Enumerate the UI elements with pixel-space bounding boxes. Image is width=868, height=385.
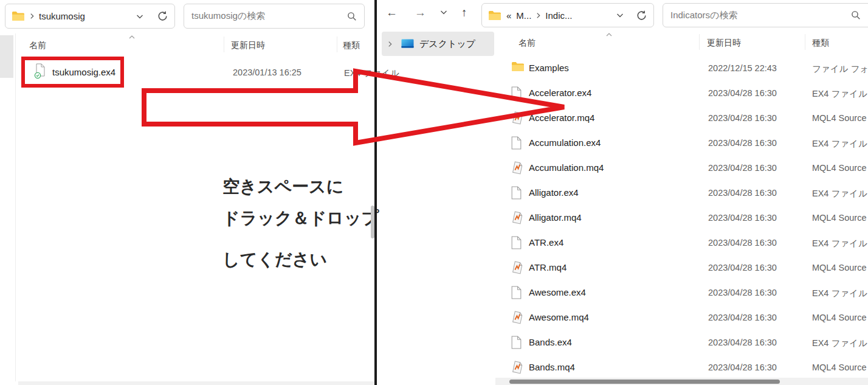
file-name[interactable]: Alligator.mq4 bbox=[529, 212, 582, 223]
sidebar-item-desktop[interactable]: デスクトップ bbox=[382, 32, 494, 56]
drag-drop-hint: 空きスペースに ドラック＆ドロップ してください bbox=[222, 171, 379, 276]
ex4-checked-file-icon bbox=[34, 63, 46, 79]
right-file-list: Examples 2022/12/15 22:43 ファイル フォルダー Acc… bbox=[495, 56, 868, 378]
breadcrumb-separator-icon bbox=[30, 13, 34, 19]
file-row-tsukumosig[interactable]: tsukumosig.ex4 2023/01/13 16:25 EX4 ファイル bbox=[0, 61, 374, 84]
file-name[interactable]: Bands.ex4 bbox=[529, 337, 572, 347]
file-type: MQL4 Source bbox=[812, 213, 866, 223]
up-icon[interactable]: ↑ bbox=[461, 7, 467, 18]
file-row[interactable]: Awesome.mq4 2023/04/28 16:30 MQL4 Source bbox=[495, 305, 868, 330]
file-row[interactable]: Accelerator.ex4 2023/04/28 16:30 EX4 ファイ… bbox=[495, 81, 868, 106]
breadcrumb[interactable]: tsukumosig bbox=[39, 11, 85, 21]
ex4-file-icon bbox=[511, 286, 522, 299]
file-modified: 2023/04/28 16:30 bbox=[708, 288, 777, 297]
left-explorer-window: tsukumosig tsukumosigの検索 名前 更新日時 種類 bbox=[0, 0, 374, 385]
ex4-file-icon bbox=[511, 86, 522, 100]
file-name[interactable]: ATR.ex4 bbox=[529, 237, 563, 248]
file-type: EX4 ファイル bbox=[812, 188, 867, 199]
breadcrumb-current[interactable]: Indic... bbox=[545, 10, 572, 21]
file-name[interactable]: Accumulation.mq4 bbox=[529, 162, 604, 173]
forward-icon[interactable]: → bbox=[415, 7, 426, 18]
column-header-name[interactable]: 名前 bbox=[29, 40, 46, 51]
file-type: MQL4 Source bbox=[812, 362, 866, 372]
mq4-file-icon bbox=[511, 361, 524, 375]
folder-icon bbox=[488, 10, 501, 21]
refresh-icon[interactable] bbox=[157, 10, 168, 22]
hint-line-2: ドラック＆ドロップ bbox=[222, 203, 379, 234]
file-name[interactable]: tsukumosig.ex4 bbox=[52, 67, 115, 77]
file-name[interactable]: ATR.mq4 bbox=[529, 262, 567, 272]
file-modified: 2023/04/28 16:30 bbox=[708, 238, 777, 248]
file-type: EX4 ファイル bbox=[812, 238, 867, 249]
file-modified: 2023/04/28 16:30 bbox=[708, 163, 777, 173]
expand-chevron-icon[interactable] bbox=[388, 41, 392, 47]
right-address-bar[interactable]: « M... Indic... bbox=[481, 3, 654, 27]
chevron-down-icon[interactable] bbox=[136, 14, 143, 19]
mq4-file-icon bbox=[511, 161, 524, 175]
column-header-modified[interactable]: 更新日時 bbox=[707, 38, 741, 49]
search-placeholder: Indicatorsの検索 bbox=[670, 10, 851, 21]
file-row[interactable]: Bands.ex4 2023/04/28 16:30 EX4 ファイル bbox=[495, 330, 868, 355]
file-row[interactable]: Awesome.ex4 2023/04/28 16:30 EX4 ファイル bbox=[495, 280, 868, 305]
file-modified: 2023/04/28 16:30 bbox=[708, 263, 777, 272]
breadcrumb-parent[interactable]: M... bbox=[516, 10, 531, 21]
file-type: MQL4 Source bbox=[812, 113, 866, 123]
file-name[interactable]: Accelerator.ex4 bbox=[529, 88, 591, 98]
file-modified: 2023/04/28 16:30 bbox=[708, 213, 777, 223]
sort-ascending-icon[interactable] bbox=[129, 35, 135, 39]
chevron-down-icon[interactable] bbox=[616, 13, 624, 18]
column-header-type[interactable]: 種類 bbox=[812, 38, 829, 49]
file-modified: 2023/04/28 16:30 bbox=[708, 313, 777, 322]
file-row[interactable]: Examples 2022/12/15 22:43 ファイル フォルダー bbox=[495, 56, 868, 81]
search-icon bbox=[347, 12, 357, 21]
file-type: EX4 ファイル bbox=[812, 338, 867, 349]
search-placeholder: tsukumosigの検索 bbox=[191, 10, 347, 22]
left-pane-divider bbox=[15, 33, 16, 381]
file-row[interactable]: Accelerator.mq4 2023/04/28 16:30 MQL4 So… bbox=[495, 106, 868, 131]
file-name[interactable]: Accumulation.ex4 bbox=[529, 137, 601, 148]
file-modified: 2022/12/15 22:43 bbox=[708, 63, 777, 73]
column-header-type[interactable]: 種類 bbox=[343, 40, 360, 51]
file-row[interactable]: Bands.mq4 2023/04/28 16:30 MQL4 Source bbox=[495, 355, 868, 378]
file-modified: 2023/04/28 16:30 bbox=[708, 362, 777, 372]
file-type: ファイル フォルダー bbox=[812, 63, 868, 75]
file-name[interactable]: Bands.mq4 bbox=[529, 362, 575, 372]
file-name[interactable]: Awesome.mq4 bbox=[529, 312, 589, 322]
file-name[interactable]: Awesome.ex4 bbox=[529, 287, 586, 297]
file-row[interactable]: ATR.mq4 2023/04/28 16:30 MQL4 Source bbox=[495, 255, 868, 280]
file-type: EX4 ファイル bbox=[812, 88, 867, 100]
sidebar-item-label[interactable]: デスクトップ bbox=[419, 38, 475, 50]
file-modified: 2023/04/28 16:30 bbox=[708, 88, 777, 98]
mq4-file-icon bbox=[511, 111, 524, 125]
file-row[interactable]: ATR.ex4 2023/04/28 16:30 EX4 ファイル bbox=[495, 231, 868, 255]
file-modified: 2023/04/28 16:30 bbox=[708, 138, 777, 148]
file-name[interactable]: Examples bbox=[529, 63, 569, 73]
file-modified: 2023/04/28 16:30 bbox=[708, 338, 777, 347]
file-type: MQL4 Source bbox=[812, 163, 866, 173]
file-name[interactable]: Alligator.ex4 bbox=[529, 187, 579, 198]
left-address-bar[interactable]: tsukumosig bbox=[5, 4, 175, 29]
column-header-modified[interactable]: 更新日時 bbox=[231, 40, 265, 51]
back-icon[interactable]: ← bbox=[386, 7, 398, 18]
mq4-file-icon bbox=[511, 211, 524, 225]
recent-locations-chevron-icon[interactable] bbox=[440, 10, 447, 15]
file-modified: 2023/04/28 16:30 bbox=[708, 113, 777, 123]
file-name[interactable]: Accelerator.mq4 bbox=[529, 113, 594, 123]
hint-line-1: 空きスペースに bbox=[222, 171, 379, 203]
search-icon bbox=[851, 10, 861, 20]
left-search-box[interactable]: tsukumosigの検索 bbox=[184, 4, 365, 29]
column-header-name[interactable]: 名前 bbox=[518, 38, 536, 49]
right-horizontal-scrollbar-thumb[interactable] bbox=[509, 380, 780, 384]
file-row[interactable]: Accumulation.mq4 2023/04/28 16:30 MQL4 S… bbox=[495, 156, 868, 181]
sort-ascending-icon[interactable] bbox=[606, 33, 612, 36]
left-horizontal-scrollbar-track[interactable] bbox=[18, 381, 374, 385]
file-type: MQL4 Source bbox=[812, 313, 866, 322]
file-row[interactable]: Accumulation.ex4 2023/04/28 16:30 EX4 ファ… bbox=[495, 131, 868, 156]
refresh-icon[interactable] bbox=[636, 10, 647, 21]
file-row[interactable]: Alligator.ex4 2023/04/28 16:30 EX4 ファイル bbox=[495, 181, 868, 206]
file-row[interactable]: Alligator.mq4 2023/04/28 16:30 MQL4 Sour… bbox=[495, 206, 868, 231]
folder-icon bbox=[511, 61, 525, 72]
breadcrumb-separator-icon bbox=[536, 12, 540, 19]
file-modified: 2023/04/28 16:30 bbox=[708, 188, 777, 198]
right-search-box[interactable]: Indicatorsの検索 bbox=[663, 3, 868, 27]
